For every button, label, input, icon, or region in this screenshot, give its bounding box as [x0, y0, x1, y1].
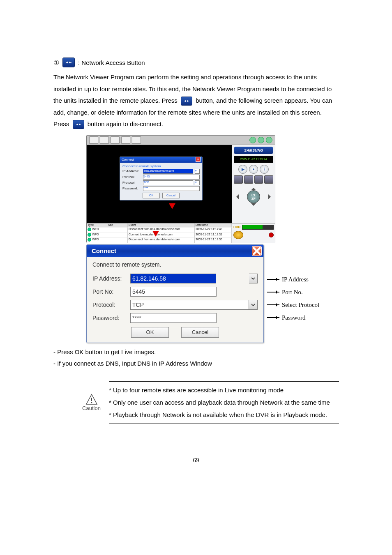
dialog-title: Connect [122, 158, 134, 161]
page-number: 69 [53, 457, 339, 464]
record-button[interactable]: ● [249, 165, 258, 174]
dropdown-arrow-icon[interactable] [249, 274, 258, 283]
viewer-app-window: Connect × Connect to remote system. IP A… [86, 135, 275, 243]
dropdown-arrow-icon[interactable]: ▾ [195, 180, 200, 185]
ok-button[interactable]: OK [131, 327, 169, 338]
ip-label: IP Address: [92, 275, 130, 282]
dialog-subtitle: Connect to remote system. [122, 164, 200, 168]
port-label: Port No: [92, 288, 130, 295]
log-cell: 2005-11-22 11:17:48 [195, 228, 232, 233]
hdd-usage-bar [242, 225, 274, 230]
network-access-icon [73, 120, 84, 129]
protocol-label: Protocol: [122, 181, 141, 184]
ok-button[interactable]: OK [143, 193, 160, 198]
record-lamp-icon [269, 233, 274, 237]
log-cell: INFO [87, 238, 107, 243]
hdd-label: HDD [233, 225, 240, 229]
log-cell: Connect to rms.standalonedvr.com [128, 233, 195, 238]
callout-arrow-icon [152, 231, 159, 237]
toolbar-button[interactable] [89, 136, 98, 144]
caution-line-1: * Up to four remote sites are accessible… [109, 384, 339, 396]
toolbar-button[interactable] [111, 136, 120, 144]
cancel-button[interactable]: Cancel [162, 193, 180, 198]
dialog-subtitle: Connect to remote system. [92, 261, 258, 268]
dialog-title: Connect [92, 247, 116, 254]
ptz-control[interactable]: PT ZF [234, 185, 273, 208]
ptz-right-icon[interactable] [268, 194, 273, 199]
maximize-button[interactable] [258, 137, 264, 143]
password-label: Password: [122, 187, 141, 190]
log-cell [107, 238, 128, 243]
network-access-icon [62, 58, 75, 67]
ptz-down-icon[interactable] [251, 203, 256, 208]
bullet-dns: - If you connect as DNS, Input DNS in IP… [53, 358, 339, 370]
ptz-center-label: PT ZF [247, 190, 260, 203]
log-cell: INFO [87, 228, 107, 233]
playback-button[interactable]: ▶ [238, 165, 247, 174]
caution-label: Caution [82, 405, 101, 411]
pointer-protocol: Select Protocol [282, 302, 319, 309]
minimize-button[interactable] [249, 137, 256, 143]
dropdown-arrow-icon[interactable]: ▾ [195, 169, 200, 174]
ip-field[interactable]: rms.standalonedvr.com [143, 169, 193, 174]
log-cell: Disconnect from rms.standalonedvr.com [128, 228, 195, 233]
layout-button[interactable] [264, 175, 273, 184]
protocol-field[interactable]: TCP [130, 300, 249, 310]
brand-logo: SAMSUNG [234, 147, 273, 154]
info-button[interactable]: i [260, 165, 269, 174]
log-header-datetime: DateTime [195, 223, 232, 228]
port-label: Port No: [122, 175, 141, 179]
intro-part-3: button again to dis-connect. [88, 120, 163, 127]
caution-line-3: * Playback through Network is not availa… [109, 409, 339, 421]
clock-display: 2005-11-22 11:19:44 [234, 156, 273, 163]
connect-dialog-mini: Connect × Connect to remote system. IP A… [120, 157, 203, 200]
password-field[interactable]: **** [143, 186, 200, 191]
log-cell: Disconnect from rms.standalonedvr.com [128, 238, 195, 243]
log-cell: 2005-11-22 11:18:36 [195, 238, 232, 243]
section-number: ① [53, 59, 59, 67]
pointer-ip: IP Address [282, 276, 309, 283]
layout-button[interactable] [234, 175, 243, 184]
log-cell: INFO [87, 233, 107, 238]
rule-line [109, 424, 339, 424]
close-button[interactable] [266, 137, 272, 143]
speaker-icon[interactable] [233, 231, 243, 239]
cancel-button[interactable]: Cancel [181, 327, 219, 338]
bullet-ok: - Press OK button to get Live images. [53, 346, 339, 358]
section-title: : Network Access Button [78, 59, 145, 66]
caution-line-2: * Only one user can access and playback … [109, 396, 339, 409]
network-access-icon [181, 97, 192, 106]
toolbar-button[interactable] [132, 136, 141, 144]
svg-point-1 [91, 402, 92, 403]
caution-icon [85, 394, 98, 405]
intro-paragraph: The Network Viewer Program can perform t… [53, 71, 339, 130]
close-icon[interactable] [252, 246, 262, 256]
log-header-event: Event [128, 223, 195, 228]
pointer-port: Port No. [282, 289, 303, 296]
port-field[interactable]: 5445 [143, 175, 200, 180]
ptz-left-icon[interactable] [234, 194, 239, 199]
dropdown-arrow-icon[interactable] [249, 300, 258, 310]
layout-button[interactable] [254, 175, 263, 184]
ip-label: IP Address: [122, 169, 141, 173]
password-label: Password: [92, 315, 130, 321]
protocol-label: Protocol: [92, 302, 130, 308]
log-cell [107, 228, 128, 233]
callout-arrow-icon [169, 203, 175, 209]
ip-field[interactable]: 61.82.146.58 [130, 274, 216, 283]
toolbar-button[interactable] [121, 136, 130, 144]
log-header-site: Site [107, 223, 128, 228]
protocol-field[interactable]: TCP [143, 180, 193, 185]
password-field[interactable]: **** [130, 313, 217, 323]
log-cell [107, 233, 128, 238]
ptz-up-icon[interactable] [251, 185, 256, 190]
log-header-type: Type [87, 223, 107, 228]
pointer-password: Password [282, 314, 306, 321]
layout-button[interactable] [244, 175, 253, 184]
log-cell: 2005-11-22 11:18:31 [195, 233, 232, 238]
toolbar-button[interactable] [100, 136, 109, 144]
connect-dialog: Connect Connect to remote system. IP Add… [86, 244, 264, 343]
close-icon[interactable]: × [196, 157, 201, 162]
port-field[interactable]: 5445 [130, 287, 217, 297]
